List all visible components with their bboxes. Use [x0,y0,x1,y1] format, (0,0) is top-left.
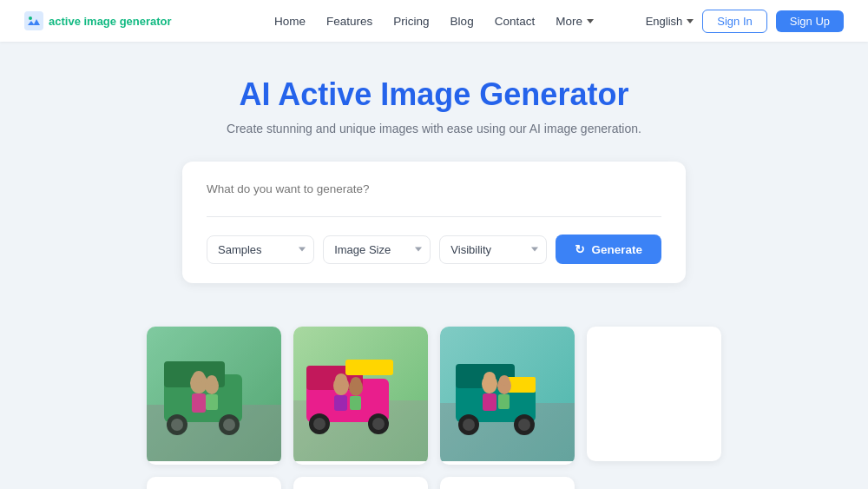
svg-point-43 [483,372,496,384]
logo-text: active image generator [49,15,172,28]
svg-rect-16 [147,327,281,461]
image-card-1[interactable] [147,327,281,465]
generate-button[interactable]: ↻ Generate [556,235,661,264]
nav-features[interactable]: Features [326,15,372,28]
svg-rect-21 [345,360,393,375]
samples-wrapper: Samples 1 Sample 2 Samples 4 Samples [207,235,314,264]
visibility-wrapper: Visibility Public Private [439,235,547,264]
svg-rect-0 [24,11,43,30]
svg-rect-27 [334,395,347,411]
generate-icon: ↻ [575,242,585,256]
image-card-3[interactable] [440,327,575,465]
visibility-select[interactable]: Visibility Public Private [439,235,547,264]
image-size-wrapper: Image Size 512x512 768x768 1024x1024 [323,235,431,264]
hero-subtitle: Create stunning and unique images with e… [17,122,851,135]
svg-point-38 [463,419,475,431]
hero-title: AI Active Image Generator [17,76,851,113]
prompt-input[interactable] [207,182,661,217]
main-nav: Home Features Pricing Blog Contact More [274,15,594,28]
image-grid [147,327,721,489]
lang-chevron-icon [687,19,694,23]
generator-controls: Samples 1 Sample 2 Samples 4 Samples Ima… [207,235,661,264]
nav-blog[interactable]: Blog [450,15,474,28]
signup-button[interactable]: Sign Up [776,10,844,32]
logo[interactable]: active image generator [24,11,172,30]
image-size-select[interactable]: Image Size 512x512 768x768 1024x1024 [323,235,431,264]
language-selector[interactable]: English [646,15,694,28]
nav-pricing[interactable]: Pricing [393,15,429,28]
image-card-2[interactable] [293,327,428,465]
svg-point-23 [313,418,326,430]
logo-icon [24,11,43,30]
image-1 [147,327,281,461]
empty-card-2 [587,477,721,489]
image-3 [440,327,575,461]
svg-point-31 [351,377,361,387]
navbar-right: English Sign In Sign Up [646,10,844,33]
svg-rect-30 [350,396,361,410]
nav-contact[interactable]: Contact [495,15,536,28]
svg-point-25 [372,418,385,430]
image-2 [293,327,428,461]
svg-point-28 [335,373,347,386]
image-card-4 [587,327,721,461]
signin-button[interactable]: Sign In [702,10,766,33]
loading-card-3 [440,477,575,489]
loading-card-1 [147,477,281,489]
nav-more[interactable]: More [556,15,594,28]
svg-point-1 [29,17,32,20]
more-chevron-icon [587,19,594,23]
svg-rect-45 [498,394,510,409]
svg-point-40 [518,419,530,431]
samples-select[interactable]: Samples 1 Sample 2 Samples 4 Samples [207,235,314,264]
generator-box: Samples 1 Sample 2 Samples 4 Samples Ima… [182,162,686,283]
svg-point-46 [499,375,510,386]
navbar: active image generator Home Features Pri… [0,0,868,42]
nav-home[interactable]: Home [274,15,306,28]
hero-section: AI Active Image Generator Create stunnin… [0,42,868,327]
svg-rect-42 [483,393,496,411]
loading-card-2 [293,477,428,489]
